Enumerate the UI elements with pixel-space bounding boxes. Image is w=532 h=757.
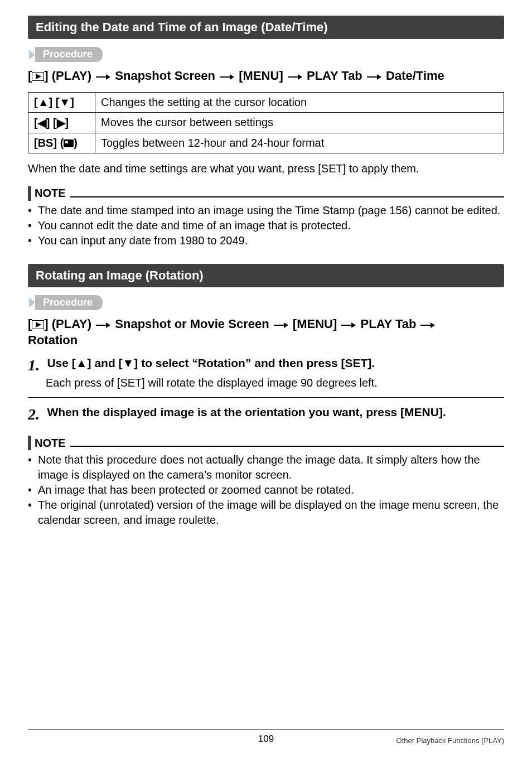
proc-text: ] (PLAY) [44,69,95,83]
arrow-right-icon [220,74,234,80]
svg-marker-21 [431,322,435,328]
note-bar-icon [28,436,31,450]
note-list-2: Note that this procedure does not actual… [28,452,504,528]
arrow-right-icon [288,74,302,80]
settings-table: [▲] [▼] Changes the setting at the curso… [28,92,504,153]
svg-marker-7 [298,74,302,80]
note-rule [70,446,504,447]
section-title-2: Rotating an Image (Rotation) [28,264,504,287]
proc-text: Snapshot or Movie Screen [115,317,272,331]
list-item: Note that this procedure does not actual… [28,452,504,483]
svg-marker-17 [284,322,288,328]
procedure-label: Procedure [35,295,103,310]
proc-text: [ [28,317,32,331]
note-bar-icon [28,186,31,201]
svg-marker-3 [106,74,110,80]
arrow-right-icon [420,322,435,329]
step-1: 1. Use [▲] and [▼] to select “Rotation” … [28,356,504,390]
list-item: You cannot edit the date and time of an … [28,218,504,233]
arrow-right-icon [274,322,288,329]
after-table-text: When the date and time settings are what… [28,161,504,176]
bs-key-text: [BS] ( [34,137,64,149]
list-item: The date and time stamped into an image … [28,203,504,218]
procedure-heading-2: Procedure [28,295,504,310]
table-row: [BS] () Toggles between 12-hour and 24-h… [28,133,504,153]
procedure-heading-1: Procedure [28,47,504,62]
proc-text: Rotation [28,333,78,347]
note-heading-1: NOTE [28,186,504,201]
proc-text: PLAY Tab [307,69,366,83]
scene-icon [64,139,74,147]
step-separator [28,397,504,398]
note-heading-2: NOTE [28,436,504,450]
svg-marker-19 [351,322,356,328]
table-row: [▲] [▼] Changes the setting at the curso… [28,92,504,112]
svg-rect-11 [65,141,68,143]
note-label: NOTE [35,437,66,450]
list-item: The original (unrotated) version of the … [28,498,504,528]
step-number: 2. [28,406,45,423]
proc-text: Date/Time [386,69,444,83]
table-val: Moves the cursor between settings [95,112,504,133]
procedure-path-2: [] (PLAY) Snapshot or Movie Screen [MENU… [28,316,504,349]
step-number: 1. [28,356,45,374]
note-list-1: The date and time stamped into an image … [28,203,504,248]
note-label: NOTE [35,187,66,200]
table-key: [▲] [▼] [28,92,95,112]
footer-section-label: Other Playback Functions (PLAY) [396,736,504,745]
step-title: When the displayed image is at the orien… [47,406,446,418]
arrow-right-icon [341,322,356,329]
note-rule [70,196,504,197]
proc-text: PLAY Tab [361,317,420,331]
svg-marker-13 [36,322,41,327]
footer-divider [28,729,504,730]
proc-text: ] (PLAY) [44,317,95,331]
play-icon [32,72,44,81]
procedure-path-1: [] (PLAY) Snapshot Screen [MENU] PLAY Ta… [28,67,504,84]
play-icon [32,320,44,329]
procedure-arrow-icon [29,50,35,60]
table-key: [BS] () [28,133,95,153]
proc-text: Snapshot Screen [115,69,219,83]
table-val: Toggles between 12-hour and 24-hour form… [95,133,504,153]
svg-marker-9 [377,74,381,80]
procedure-arrow-icon [29,297,35,307]
proc-text: [ [28,69,32,83]
arrow-right-icon [367,74,381,80]
step-2: 2. When the displayed image is at the or… [28,406,504,423]
svg-marker-15 [106,322,110,328]
svg-marker-5 [230,74,234,80]
proc-text: [MENU] [239,69,287,83]
table-val: Changes the setting at the cursor locati… [95,92,504,112]
procedure-label: Procedure [35,47,103,62]
step-body: Each press of [SET] will rotate the disp… [46,375,504,390]
list-item: An image that has been protected or zoom… [28,483,504,498]
arrow-right-icon [96,322,110,329]
step-title: Use [▲] and [▼] to select “Rotation” and… [47,356,375,369]
table-row: [◀] [▶] Moves the cursor between setting… [28,112,504,133]
svg-marker-1 [36,74,41,79]
bs-key-close: ) [74,137,78,149]
section-title-1: Editing the Date and Time of an Image (D… [28,16,504,39]
svg-rect-10 [64,139,74,147]
table-key: [◀] [▶] [28,112,95,133]
arrow-right-icon [96,74,110,80]
list-item: You can input any date from 1980 to 2049… [28,233,504,248]
proc-text: [MENU] [293,317,341,331]
